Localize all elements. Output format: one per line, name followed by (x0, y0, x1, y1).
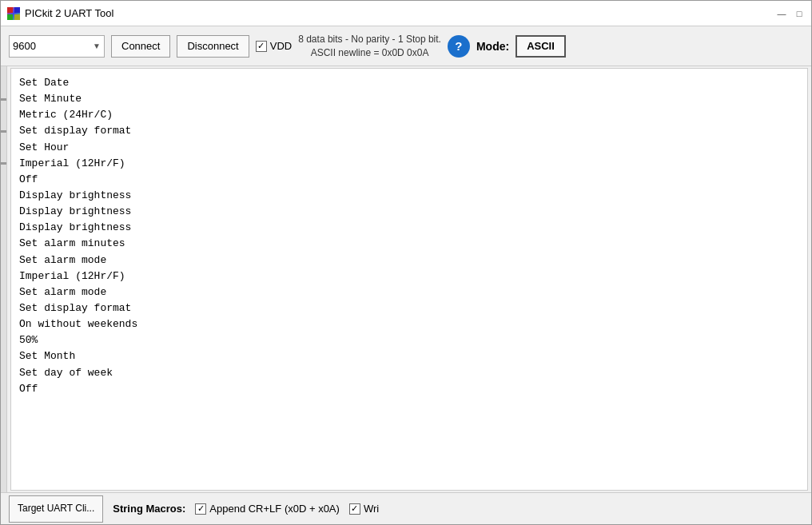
vdd-checkbox-group: ✓ VDD (256, 40, 292, 52)
bottom-bar: Target UART Cli... String Macros: ✓ Appe… (1, 492, 811, 524)
terminal-output[interactable]: Set DateSet MinuteMetric (24Hr/C)Set dis… (11, 69, 807, 490)
minimize-button[interactable]: — (776, 8, 787, 19)
indicator-mark-1 (1, 98, 6, 101)
terminal-line: Set Hour (19, 140, 799, 156)
target-button-line1: Target (18, 503, 44, 514)
mode-value-button[interactable]: ASCII (515, 35, 566, 58)
append-cr-lf-checkbox[interactable]: ✓ (195, 503, 206, 515)
target-button-line2: UART Cli... (47, 503, 95, 514)
terminal-line: Imperial (12Hr/F) (19, 156, 799, 172)
terminal-line: Imperial (12Hr/F) (19, 268, 799, 284)
connection-info: 8 data bits - No parity - 1 Stop bit. AS… (298, 33, 441, 60)
terminal-line: Display brightness (19, 220, 799, 236)
info-line2: ASCII newline = 0x0D 0x0A (298, 46, 441, 60)
terminal-line: Off (19, 172, 799, 188)
disconnect-button[interactable]: Disconnect (177, 35, 249, 58)
terminal-line: On without weekends (19, 316, 799, 332)
terminal-line: Display brightness (19, 204, 799, 220)
svg-rect-2 (7, 14, 13, 20)
indicator-mark-2 (1, 130, 6, 133)
terminal-line: Set day of week (19, 365, 799, 381)
app-icon (7, 7, 20, 20)
terminal-line: 50% (19, 332, 799, 348)
terminal-container: Set DateSet MinuteMetric (24Hr/C)Set dis… (10, 68, 808, 491)
connect-button[interactable]: Connect (111, 35, 170, 58)
info-line1: 8 data bits - No parity - 1 Stop bit. (298, 33, 441, 46)
append-cr-lf-group: ✓ Append CR+LF (x0D + x0A) (195, 503, 340, 515)
maximize-button[interactable]: □ (794, 8, 805, 19)
terminal-line: Set Date (19, 75, 799, 91)
terminal-line: Set Minute (19, 91, 799, 107)
write-label: Wri (364, 503, 379, 515)
baud-rate-value: 9600 (13, 40, 36, 52)
terminal-line: Set alarm minutes (19, 236, 799, 252)
content-area: Set DateSet MinuteMetric (24Hr/C)Set dis… (1, 66, 811, 492)
terminal-line: Set display format (19, 300, 799, 316)
write-checkbox-group: ✓ Wri (349, 503, 379, 515)
string-macros-label: String Macros: (113, 503, 185, 515)
baud-rate-arrow-icon: ▼ (93, 42, 101, 50)
svg-rect-0 (7, 7, 13, 13)
terminal-line: Display brightness (19, 188, 799, 204)
main-window: PICkit 2 UART Tool — □ 9600 ▼ Connect Di… (0, 0, 812, 525)
vdd-label: VDD (270, 40, 292, 52)
vdd-checkbox[interactable]: ✓ (256, 41, 267, 52)
help-button[interactable]: ? (448, 35, 470, 58)
append-cr-lf-label: Append CR+LF (x0D + x0A) (209, 503, 340, 515)
target-button[interactable]: Target UART Cli... (9, 495, 103, 523)
baud-rate-select[interactable]: 9600 ▼ (9, 35, 105, 58)
toolbar: 9600 ▼ Connect Disconnect ✓ VDD 8 data b… (1, 26, 811, 66)
terminal-line: Off (19, 381, 799, 397)
title-bar-controls: — □ (776, 8, 805, 19)
terminal-line: Set Month (19, 348, 799, 364)
terminal-line: Set display format (19, 123, 799, 139)
write-checkbox[interactable]: ✓ (349, 503, 360, 515)
terminal-line: Metric (24Hr/C) (19, 107, 799, 123)
terminal-line: Set alarm mode (19, 284, 799, 300)
svg-rect-3 (14, 14, 20, 20)
mode-label: Mode: (476, 40, 509, 53)
title-bar-left: PICkit 2 UART Tool (7, 7, 113, 20)
left-indicator (1, 66, 7, 492)
title-bar: PICkit 2 UART Tool — □ (1, 1, 811, 26)
window-title: PICkit 2 UART Tool (25, 7, 113, 19)
indicator-mark-3 (1, 162, 6, 165)
terminal-line: Set alarm mode (19, 253, 799, 268)
svg-rect-1 (14, 7, 20, 13)
